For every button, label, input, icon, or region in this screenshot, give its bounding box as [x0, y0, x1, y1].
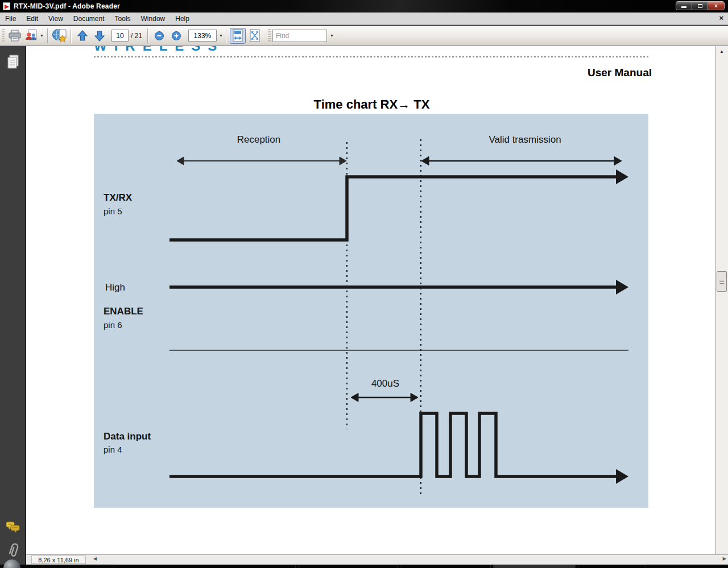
taskbar-button-active[interactable] [493, 565, 576, 568]
pdf-file-icon [3, 2, 10, 10]
zoom-out-icon [154, 31, 164, 41]
signal-pin-enable: pin 6 [104, 320, 122, 330]
page-up-icon [76, 30, 89, 42]
taskbar-button[interactable] [400, 565, 491, 568]
minimize-icon [681, 6, 686, 8]
taskbar-button[interactable] [578, 565, 646, 568]
reception-label: Reception [208, 134, 310, 146]
menu-file[interactable]: File [0, 13, 21, 24]
signal-name-data: Data input [104, 431, 151, 442]
toolbar-separator [71, 28, 71, 43]
find-dropdown-icon[interactable]: ▼ [330, 34, 334, 38]
navigation-sidebar [0, 46, 26, 565]
restore-icon [698, 4, 702, 8]
menu-tools[interactable]: Tools [110, 13, 136, 24]
minimize-button[interactable] [676, 2, 692, 10]
chart-title: Time chart RX→ TX [94, 97, 650, 112]
fit-page-icon [249, 29, 261, 43]
page-number-input[interactable] [111, 30, 129, 42]
attachments-panel-button[interactable] [5, 542, 21, 559]
pdf-page[interactable]: WIRELESS User Manual Time chart RX→ TX [27, 46, 715, 554]
document-area: WIRELESS User Manual Time chart RX→ TX [0, 46, 728, 554]
adobe-reader-window: RTX-MID-3V.pdf - Adobe Reader × File Edi… [0, 0, 728, 568]
comments-icon [5, 521, 21, 534]
window-titlebar[interactable]: RTX-MID-3V.pdf - Adobe Reader × [0, 0, 728, 13]
collaborate-button[interactable]: ▼ [24, 28, 44, 44]
signal-name-enable: ENABLE [104, 306, 143, 317]
previous-page-button[interactable] [75, 28, 90, 44]
toolbar-grip[interactable] [268, 29, 271, 43]
header-divider [94, 56, 650, 57]
fit-width-button[interactable] [230, 28, 246, 44]
scroll-up-icon[interactable]: ▲ [715, 47, 728, 56]
taskbar-button[interactable] [114, 565, 296, 568]
enable-level-label: High [105, 282, 125, 293]
menu-help[interactable]: Help [170, 13, 195, 24]
toolbar-separator [47, 28, 48, 43]
signal-pin-data: pin 4 [104, 445, 122, 454]
acrobat-com-button[interactable] [51, 28, 67, 44]
signal-name-txrx: TX/RX [104, 192, 132, 204]
menu-edit[interactable]: Edit [21, 13, 43, 24]
print-button[interactable] [7, 28, 23, 44]
valid-trasmission-label: Valid trasmission [468, 134, 582, 146]
close-icon: × [714, 3, 718, 9]
vertical-scrollbar[interactable]: ▲ [715, 46, 728, 554]
timing-diagram-canvas [94, 114, 648, 508]
paperclip-icon [6, 542, 20, 559]
zoom-level-value[interactable]: 133% [188, 30, 217, 42]
globe-upload-icon [51, 28, 67, 43]
close-document-icon[interactable]: × [719, 14, 723, 22]
toolbar-separator [147, 28, 148, 43]
data-input-waveform [169, 413, 628, 484]
signal-pin-txrx: pin 5 [104, 206, 122, 216]
toolbar-separator [226, 28, 226, 43]
page-size-indicator: 8,26 x 11,69 in [31, 555, 86, 564]
pages-panel-button[interactable] [5, 54, 21, 70]
fit-width-icon [231, 29, 244, 43]
page-down-icon [93, 30, 106, 42]
reception-span-arrow [177, 157, 346, 165]
toolbar-grip[interactable] [2, 29, 5, 43]
find-input[interactable] [272, 30, 327, 42]
txrx-waveform [169, 169, 628, 240]
window-title: RTX-MID-3V.pdf - Adobe Reader [14, 2, 120, 10]
send-collaborate-icon [24, 29, 39, 43]
menu-window[interactable]: Window [136, 13, 171, 24]
toolbar: ▼ / 21 [0, 26, 728, 46]
vertical-scrollbar-thumb[interactable] [717, 271, 727, 292]
zoom-dropdown-icon[interactable]: ▼ [219, 34, 223, 38]
menu-document[interactable]: Document [68, 13, 110, 24]
statusbar: 8,26 x 11,69 in ◀ ▶ [26, 554, 728, 565]
delay-label: 400uS [350, 378, 421, 389]
zoom-in-button[interactable] [168, 28, 184, 44]
next-page-button[interactable] [92, 28, 107, 44]
pages-icon [6, 54, 20, 70]
close-button[interactable]: × [708, 2, 724, 10]
menu-view[interactable]: View [43, 13, 68, 24]
brand-logo: WIRELESS [94, 46, 242, 53]
scroll-left-icon[interactable]: ◀ [93, 556, 97, 561]
taskbar-button[interactable] [298, 565, 398, 568]
windows-taskbar[interactable] [0, 565, 728, 568]
menubar: File Edit View Document Tools Window Hel… [0, 13, 728, 25]
fit-page-button[interactable] [247, 28, 263, 44]
collaborate-dropdown-icon[interactable]: ▼ [40, 34, 44, 38]
restore-button[interactable] [692, 2, 708, 10]
zoom-in-icon [171, 31, 181, 41]
print-icon [8, 30, 22, 42]
page-total-label: / 21 [131, 32, 142, 40]
timing-diagram: Reception Valid trasmission TX/RX pin 5 … [94, 114, 648, 508]
zoom-out-button[interactable] [151, 28, 167, 44]
enable-waveform [169, 280, 628, 295]
window-controls: × [676, 1, 725, 10]
scroll-right-icon[interactable]: ▶ [723, 556, 726, 561]
header-right-text: User Manual [422, 67, 652, 79]
comments-panel-button[interactable] [5, 521, 21, 534]
delay-span-arrow [351, 393, 418, 402]
brand-logo-text: WIRELESS [94, 46, 242, 53]
valid-span-arrow [421, 157, 622, 165]
